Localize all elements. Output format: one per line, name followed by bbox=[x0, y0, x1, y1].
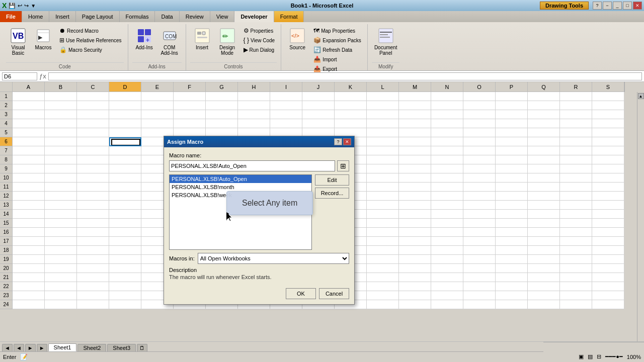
cell-i4[interactable] bbox=[270, 119, 302, 128]
cell-s8[interactable] bbox=[592, 155, 624, 164]
row-21[interactable]: 21 bbox=[0, 273, 13, 282]
cell-d10[interactable] bbox=[109, 173, 141, 183]
cell-k3[interactable] bbox=[335, 110, 367, 119]
tab-format[interactable]: Format bbox=[274, 11, 304, 22]
cell-l20[interactable] bbox=[367, 264, 399, 273]
cell-o24[interactable] bbox=[463, 300, 496, 309]
cell-r8[interactable] bbox=[560, 155, 592, 164]
cell-d23[interactable] bbox=[109, 291, 141, 300]
col-header-h[interactable]: H bbox=[238, 82, 270, 92]
tab-nav-left[interactable]: ◄ bbox=[2, 344, 13, 351]
cell-h2[interactable] bbox=[238, 101, 270, 110]
edit-btn[interactable]: Edit bbox=[315, 174, 349, 186]
cell-n8[interactable] bbox=[431, 155, 463, 164]
quick-access-custom[interactable]: ▼ bbox=[31, 3, 36, 9]
cell-d1[interactable] bbox=[109, 92, 141, 101]
cell-s18[interactable] bbox=[592, 246, 624, 255]
cell-d12[interactable] bbox=[109, 192, 141, 201]
cell-m24[interactable] bbox=[399, 300, 431, 309]
cell-c19[interactable] bbox=[77, 255, 109, 264]
cell-m2[interactable] bbox=[399, 101, 431, 110]
cell-d19[interactable] bbox=[109, 255, 141, 264]
cell-j1[interactable] bbox=[302, 92, 335, 101]
cell-n18[interactable] bbox=[431, 246, 463, 255]
cell-n12[interactable] bbox=[431, 192, 463, 201]
cell-b8[interactable] bbox=[45, 155, 77, 164]
help-btn[interactable]: ? bbox=[593, 2, 602, 10]
cell-l21[interactable] bbox=[367, 273, 399, 282]
cell-o4[interactable] bbox=[463, 119, 496, 128]
cell-a10[interactable] bbox=[13, 173, 45, 183]
cell-o8[interactable] bbox=[463, 155, 496, 164]
cell-c22[interactable] bbox=[77, 282, 109, 291]
cell-n4[interactable] bbox=[431, 119, 463, 128]
cell-e3[interactable] bbox=[141, 110, 174, 119]
cell-p21[interactable] bbox=[496, 273, 528, 282]
row-20[interactable]: 20 bbox=[0, 264, 13, 273]
col-header-f[interactable]: F bbox=[174, 82, 206, 92]
cell-d16[interactable] bbox=[109, 228, 141, 237]
col-header-a[interactable]: A bbox=[13, 82, 45, 92]
tab-nav-right[interactable]: ► bbox=[37, 344, 47, 351]
cell-f4[interactable] bbox=[174, 119, 206, 128]
cell-s20[interactable] bbox=[592, 264, 624, 273]
cell-c20[interactable] bbox=[77, 264, 109, 273]
sheet-tab-sheet3[interactable]: Sheet3 bbox=[107, 344, 136, 351]
cell-n5[interactable] bbox=[431, 128, 463, 137]
cell-c6[interactable] bbox=[77, 137, 109, 146]
cell-d15[interactable] bbox=[109, 219, 141, 228]
cell-c13[interactable] bbox=[77, 201, 109, 210]
cell-m3[interactable] bbox=[399, 110, 431, 119]
cell-q19[interactable] bbox=[528, 255, 560, 264]
cell-m22[interactable] bbox=[399, 282, 431, 291]
cell-l22[interactable] bbox=[367, 282, 399, 291]
cell-b16[interactable] bbox=[45, 228, 77, 237]
map-properties-btn[interactable]: 🗺 Map Properties bbox=[311, 26, 363, 35]
cell-q2[interactable] bbox=[528, 101, 560, 110]
cell-s3[interactable] bbox=[592, 110, 624, 119]
cell-o5[interactable] bbox=[463, 128, 496, 137]
cell-n3[interactable] bbox=[431, 110, 463, 119]
cell-m16[interactable] bbox=[399, 228, 431, 237]
cell-d4[interactable] bbox=[109, 119, 141, 128]
cell-p16[interactable] bbox=[496, 228, 528, 237]
row-23[interactable]: 23 bbox=[0, 291, 13, 300]
cell-n15[interactable] bbox=[431, 219, 463, 228]
cell-r5[interactable] bbox=[560, 128, 592, 137]
row-22[interactable]: 22 bbox=[0, 282, 13, 291]
cell-q7[interactable] bbox=[528, 146, 560, 155]
cell-m19[interactable] bbox=[399, 255, 431, 264]
cell-m10[interactable] bbox=[399, 173, 431, 183]
cell-l9[interactable] bbox=[367, 164, 399, 173]
cell-a8[interactable] bbox=[13, 155, 45, 164]
cell-o7[interactable] bbox=[463, 146, 496, 155]
maximize-btn[interactable]: □ bbox=[623, 2, 632, 10]
cell-f1[interactable] bbox=[174, 92, 206, 101]
cell-l16[interactable] bbox=[367, 228, 399, 237]
cell-c14[interactable] bbox=[77, 210, 109, 219]
cell-r11[interactable] bbox=[560, 183, 592, 192]
vertical-scrollbar[interactable]: ▲ bbox=[637, 92, 644, 341]
row-3[interactable]: 3 bbox=[0, 110, 13, 119]
cell-b4[interactable] bbox=[45, 119, 77, 128]
col-header-i[interactable]: I bbox=[270, 82, 302, 92]
cancel-btn[interactable]: Cancel bbox=[319, 288, 349, 299]
cell-l19[interactable] bbox=[367, 255, 399, 264]
cell-l15[interactable] bbox=[367, 219, 399, 228]
sheet-tab-sheet1[interactable]: Sheet1 bbox=[48, 343, 77, 351]
cell-b14[interactable] bbox=[45, 210, 77, 219]
cell-s19[interactable] bbox=[592, 255, 624, 264]
cell-q11[interactable] bbox=[528, 183, 560, 192]
cell-l2[interactable] bbox=[367, 101, 399, 110]
horizontal-scrollbar[interactable] bbox=[543, 342, 644, 352]
cell-m15[interactable] bbox=[399, 219, 431, 228]
cell-r20[interactable] bbox=[560, 264, 592, 273]
cell-c21[interactable] bbox=[77, 273, 109, 282]
cell-l17[interactable] bbox=[367, 237, 399, 246]
cell-o17[interactable] bbox=[463, 237, 496, 246]
cell-c15[interactable] bbox=[77, 219, 109, 228]
cell-a14[interactable] bbox=[13, 210, 45, 219]
cell-b21[interactable] bbox=[45, 273, 77, 282]
cell-n19[interactable] bbox=[431, 255, 463, 264]
cell-l14[interactable] bbox=[367, 210, 399, 219]
